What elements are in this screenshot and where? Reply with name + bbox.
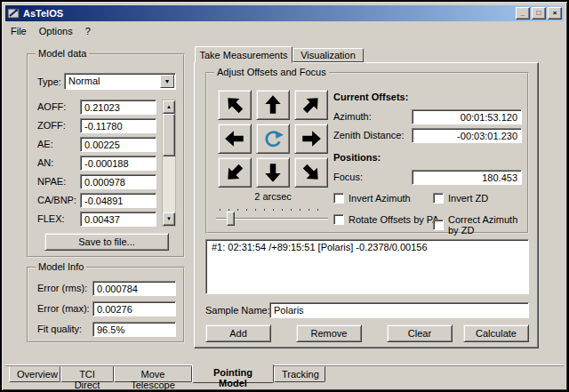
menu-bar: File Options ? <box>5 23 564 38</box>
zoff-label: ZOFF: <box>37 120 66 132</box>
npae-label: NPAE: <box>37 176 66 188</box>
title-bar: AsTelOS _ □ × <box>5 5 564 21</box>
tab-overview[interactable]: Overview <box>9 366 60 382</box>
error-rms-label: Error (rms): <box>37 283 87 294</box>
move-up-right-button[interactable] <box>294 90 328 120</box>
aoff-field[interactable] <box>80 100 156 115</box>
measurements-listbox[interactable]: #1: 02:31:54 /+89:15:51 [Polaris] -0.237… <box>205 239 529 294</box>
scroll-down-icon[interactable]: ▼ <box>163 212 175 226</box>
checkbox-icon[interactable] <box>333 193 344 204</box>
focus-label: Focus: <box>333 172 363 183</box>
arrow-right-icon <box>300 127 323 150</box>
sample-name-label: Sample Name: <box>205 305 270 316</box>
menu-options[interactable]: Options <box>33 24 79 38</box>
save-to-file-button[interactable]: Save to file... <box>44 233 169 251</box>
cabnp-label: CA/BNP: <box>37 195 76 206</box>
checkbox-icon[interactable] <box>433 220 444 230</box>
model-info-title: Model Info <box>36 261 86 272</box>
correct-azimuth-checkbox[interactable]: Correct Azimuth by ZD <box>433 214 527 236</box>
correct-azimuth-label: Correct Azimuth by ZD <box>448 214 527 236</box>
arrow-up-icon <box>261 93 284 116</box>
window-title: AsTelOS <box>23 8 514 19</box>
zenith-distance-field[interactable] <box>412 128 522 143</box>
menu-help[interactable]: ? <box>79 24 97 38</box>
adjust-offsets-group: Adjust Offsets and Focus <box>205 72 529 234</box>
current-offsets-heading: Current Offsets: <box>333 92 408 103</box>
invert-zd-label: Invert ZD <box>448 193 488 204</box>
tab-visualization[interactable]: Visualization <box>293 48 364 62</box>
azimuth-label: Azimuth: <box>333 111 372 123</box>
fit-quality-label: Fit quality: <box>37 324 82 335</box>
sample-name-input[interactable] <box>269 302 529 318</box>
invert-azimuth-checkbox[interactable]: Invert Azimuth <box>333 193 411 204</box>
step-size-label: 2 arcsec <box>218 191 328 203</box>
minimize-button[interactable]: _ <box>516 7 530 20</box>
model-data-title: Model data <box>36 48 89 59</box>
arrow-up-right-icon <box>295 89 328 122</box>
slider-ticks <box>220 209 325 211</box>
close-button[interactable]: × <box>548 7 562 20</box>
move-down-left-button[interactable] <box>218 157 252 188</box>
type-label: Type: <box>37 76 61 88</box>
chevron-down-icon[interactable]: ▼ <box>160 75 174 88</box>
menu-file[interactable]: File <box>5 24 33 38</box>
tab-move-telescope[interactable]: Move Telescope <box>114 366 192 382</box>
rotate-icon <box>261 127 284 150</box>
positions-heading: Positions: <box>333 152 381 164</box>
ae-label: AE: <box>37 139 53 150</box>
checkbox-icon[interactable] <box>333 214 344 225</box>
adjust-offsets-title: Adjust Offsets and Focus <box>214 67 329 77</box>
error-max-label: Error (max): <box>37 303 90 315</box>
remove-button[interactable]: Remove <box>296 324 362 342</box>
take-measurements-panel: Adjust Offsets and Focus <box>194 62 539 348</box>
move-down-right-button[interactable] <box>294 157 328 188</box>
clear-button[interactable]: Clear <box>387 324 453 342</box>
move-up-button[interactable] <box>256 90 290 120</box>
cabnp-field[interactable] <box>80 193 156 208</box>
fit-quality-field[interactable] <box>92 322 176 337</box>
rotate-button[interactable] <box>256 124 290 154</box>
arrow-down-left-icon <box>219 156 252 189</box>
aoff-label: AOFF: <box>37 101 66 113</box>
invert-zd-checkbox[interactable]: Invert ZD <box>433 193 488 204</box>
app-icon <box>7 7 20 20</box>
tab-tci-direct[interactable]: TCI Direct <box>60 366 114 382</box>
slider-thumb[interactable] <box>227 212 235 226</box>
flex-field[interactable] <box>80 212 156 227</box>
move-up-left-button[interactable] <box>218 90 252 120</box>
measurement-list-item[interactable]: #1: 02:31:54 /+89:15:51 [Polaris] -0.237… <box>210 241 525 253</box>
zoff-field[interactable] <box>80 118 156 133</box>
tab-tracking[interactable]: Tracking <box>274 366 325 382</box>
astelos-window: AsTelOS _ □ × File Options ? Model data … <box>0 0 569 392</box>
calculate-button[interactable]: Calculate <box>463 324 529 342</box>
model-info-group: Model Info Error (rms): Error (max): Fit… <box>27 267 185 343</box>
arrow-down-icon <box>261 161 284 184</box>
npae-field[interactable] <box>80 174 156 189</box>
azimuth-offset-field[interactable] <box>412 109 522 124</box>
ae-field[interactable] <box>80 137 156 152</box>
an-label: AN: <box>37 157 53 169</box>
checkbox-icon[interactable] <box>433 193 444 204</box>
scrollbar-thumb[interactable] <box>163 114 175 156</box>
rotate-offsets-label: Rotate Offsets by PA <box>349 214 439 225</box>
rotate-offsets-checkbox[interactable]: Rotate Offsets by PA <box>333 214 439 225</box>
move-left-button[interactable] <box>218 124 252 154</box>
tab-take-measurements[interactable]: Take Measurements <box>195 46 293 63</box>
maximize-button[interactable]: □ <box>532 7 546 20</box>
scroll-up-icon[interactable]: ▲ <box>163 100 175 114</box>
add-button[interactable]: Add <box>205 324 271 342</box>
zenith-distance-label: Zenith Distance: <box>333 130 404 141</box>
arrow-up-left-icon <box>219 89 252 122</box>
flex-label: FLEX: <box>37 213 65 225</box>
error-rms-field[interactable] <box>92 281 176 296</box>
focus-field[interactable] <box>412 170 522 185</box>
invert-azimuth-label: Invert Azimuth <box>349 193 411 204</box>
move-right-button[interactable] <box>294 124 328 154</box>
model-data-group: Model data Type: Normal ▼ AOFF: ZOFF: AE… <box>27 53 185 258</box>
model-fields-scrollbar[interactable]: ▲ ▼ <box>162 100 176 227</box>
type-dropdown[interactable]: Normal ▼ <box>64 73 176 90</box>
move-down-button[interactable] <box>256 157 290 188</box>
error-max-field[interactable] <box>92 301 176 316</box>
an-field[interactable] <box>80 156 156 171</box>
tab-pointing-model[interactable]: Pointing Model <box>192 364 274 383</box>
